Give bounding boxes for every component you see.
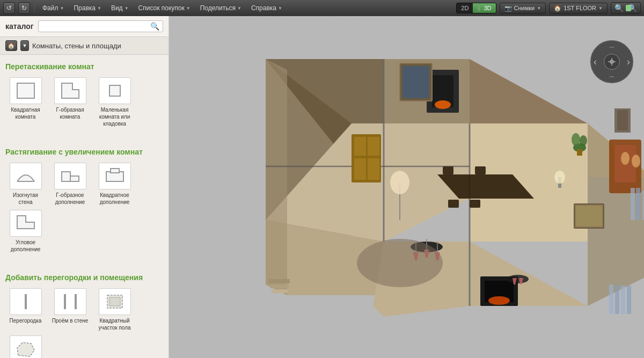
item-small-room[interactable]: Маленькая комната или кладовка [94,77,135,127]
section-stretching-items: Изогнутая стена Г-образное дополнение [5,163,163,253]
item-small-room-icon [99,77,131,104]
item-l-shape-room[interactable]: Г-образная комната [50,77,90,127]
svg-rect-55 [354,137,366,156]
floor-arrow: ▼ [598,6,603,11]
svg-point-37 [632,155,640,167]
svg-rect-66 [402,66,429,98]
svg-rect-86 [268,279,290,283]
svg-marker-29 [266,59,287,295]
item-curved-wall-icon [10,163,42,189]
svg-marker-8 [17,216,34,229]
svg-rect-49 [475,166,486,174]
camera-button[interactable]: 📷 Снимки ▼ [500,3,546,14]
nav-circle: ‹ › ••• ••• [590,40,633,83]
item-corner-add-label: Угловое дополнение [5,239,46,253]
item-square-room-label: Квадратная комната [5,106,46,120]
search-icon[interactable]: 🔍 [150,22,159,31]
menu-share[interactable]: Поделиться ▼ [197,3,245,13]
item-curved-wall[interactable]: Изогнутая стена [5,163,46,206]
zoom-handle[interactable] [626,5,631,11]
item-corner-add[interactable]: Угловое дополнение [5,210,46,253]
item-floor-freeform-icon [10,335,42,358]
catalog-search-container: 🔍 [38,20,163,32]
view-2d-button[interactable]: 2D [457,3,473,13]
section-dragging-items: Квадратная комната Г-образная комната [5,77,163,127]
section-dragging-heading: Перетаскивание комнат [5,62,163,71]
item-l-add-label: Г-образное дополнение [50,192,90,206]
item-doorway[interactable]: Проём в стене [50,288,90,331]
room-type-header: 🏠 ▼ Комнаты, стены и площади [0,37,169,55]
item-doorway-icon [54,288,86,315]
room-type-dropdown-arrow[interactable]: ▼ [20,40,29,51]
svg-rect-77 [636,188,640,220]
menu-help[interactable]: Справка ▼ [248,3,286,13]
nav-center-button[interactable] [604,54,620,70]
item-sq-add-icon [99,163,131,189]
nav-rotate-right[interactable]: › [627,56,630,68]
svg-rect-56 [368,137,379,156]
catalog-header: каталог 🔍 [0,16,169,37]
room-type-label: Комнаты, стены и площади [32,42,121,50]
item-floor-square-label: Квадратный участок пола [94,317,135,331]
menu-edit[interactable]: Правка ▼ [70,3,104,13]
item-partition[interactable]: Перегородка [5,288,46,331]
svg-point-85 [554,171,565,184]
item-l-add[interactable]: Г-образное дополнение [50,163,90,206]
svg-rect-68 [576,206,602,227]
nav-rotate-left[interactable]: ‹ [594,56,597,68]
svg-rect-2 [109,85,120,96]
svg-rect-81 [615,284,619,314]
zoom-out-icon[interactable]: 🔍 [614,4,624,12]
floor-selector[interactable]: 🏠 1ST FLOOR ▼ [549,3,608,14]
item-l-shape-room-label: Г-образная комната [50,106,90,120]
svg-rect-80 [609,284,613,314]
home-icon-button[interactable]: 🏠 [5,40,17,51]
svg-point-61 [488,296,510,305]
svg-rect-72 [577,149,582,156]
zoom-control[interactable]: 🔍 🔍 [611,2,641,14]
svg-rect-50 [448,200,459,208]
menu-shopping-list[interactable]: Список покупок ▼ [135,3,194,13]
item-square-room[interactable]: Квадратная комната [5,77,46,127]
item-floor-freeform[interactable]: Участок пола свободной формы [5,335,46,358]
item-partition-label: Перегородка [10,317,42,324]
svg-point-53 [390,171,409,194]
svg-rect-76 [631,188,635,220]
section-stretching-heading: Растягивание с увеличением комнат [5,148,163,156]
svg-point-73 [357,239,443,287]
menu-view[interactable]: Вид ▼ [108,3,132,13]
item-sq-add[interactable]: Квадратное дополнение [94,163,135,206]
floorplan-view [169,16,644,358]
svg-rect-14 [109,297,120,306]
menu-file-arrow: ▼ [60,6,64,11]
main-area: каталог 🔍 🏠 ▼ Комнаты, стены и площади П… [0,16,644,358]
menu-help-arrow: ▼ [278,6,282,11]
item-curved-wall-label: Изогнутая стена [5,192,46,206]
svg-rect-51 [470,200,480,208]
floor-home-icon: 🏠 [554,5,561,12]
svg-point-71 [580,135,587,146]
catalog-search-input[interactable] [42,23,150,30]
main-toolbar: ↺ ↻ Файл ▼ Правка ▼ Вид ▼ Список покупок… [0,0,644,16]
camera-icon: 📷 [504,5,512,12]
item-partition-icon [10,288,42,315]
item-l-add-icon [54,163,86,189]
item-floor-square[interactable]: Квадратный участок пола [94,288,135,331]
item-l-shape-room-icon [54,77,86,104]
catalog-title: каталог [5,22,34,31]
undo-button[interactable]: ↺ [3,2,15,14]
viewport[interactable]: ‹ › ••• ••• [169,16,644,358]
menu-view-arrow: ▼ [125,6,129,11]
view-3d-button[interactable]: ⣿ 3D [473,3,495,13]
navigation-compass[interactable]: ‹ › ••• ••• [590,40,633,83]
svg-point-24 [435,100,451,109]
section-stretching: Растягивание с увеличением комнат Изогну… [0,140,169,266]
item-doorway-label: Проём в стене [52,317,89,324]
menu-file[interactable]: Файл ▼ [39,3,67,13]
svg-point-62 [507,275,529,283]
redo-button[interactable]: ↻ [18,2,30,14]
svg-rect-0 [17,83,34,98]
svg-rect-57 [354,158,366,180]
toolbar-separator-1 [34,3,35,13]
svg-rect-48 [443,166,453,174]
